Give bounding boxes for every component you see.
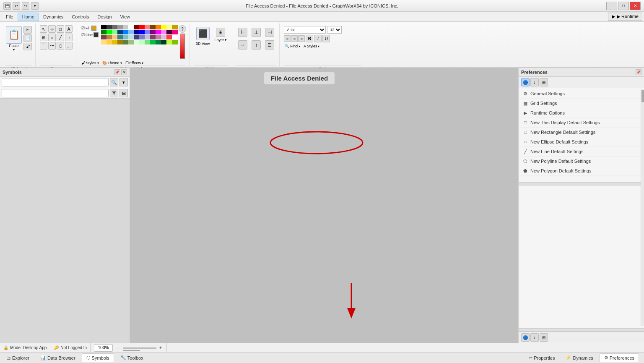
select-tool[interactable]: ↖	[40, 25, 47, 33]
line-tool[interactable]: ╱	[57, 34, 64, 41]
redo-button[interactable]: ↪	[22, 2, 29, 10]
props-item-new-line[interactable]: ╱ New Line Default Settings	[519, 147, 643, 157]
ellipse-tool[interactable]: ○	[48, 34, 56, 41]
menu-design[interactable]: Design	[93, 13, 116, 21]
distribute-v-button[interactable]: ↕	[250, 39, 262, 51]
properties-pin-button[interactable]: 📌	[636, 69, 641, 75]
color-cell[interactable]	[106, 40, 112, 44]
color-cell[interactable]	[128, 35, 134, 39]
color-cell[interactable]	[106, 30, 112, 34]
color-cell[interactable]	[172, 25, 178, 29]
props-item-new-polyline[interactable]: ⬠ New Polyline Default Settings	[519, 157, 643, 166]
color-cell[interactable]	[112, 35, 118, 39]
color-cell[interactable]	[139, 25, 145, 29]
rectangle-tool[interactable]: □	[57, 25, 64, 33]
fill-color-swatch[interactable]	[91, 26, 96, 31]
zoom-plus[interactable]: +	[158, 345, 163, 350]
color-cell[interactable]	[101, 30, 107, 34]
color-cell[interactable]	[145, 30, 151, 34]
color-cell[interactable]	[161, 30, 167, 34]
color-cell[interactable]	[172, 30, 178, 34]
align-right-text-button[interactable]: ≡	[298, 35, 305, 42]
props-bottom-btn1[interactable]: 🔵	[521, 333, 530, 342]
tab-symbols[interactable]: ⬡ Symbols	[82, 353, 114, 362]
line-button[interactable]: ☑ Line	[80, 32, 99, 38]
save-button[interactable]: 💾	[3, 2, 11, 10]
color-cell[interactable]	[156, 35, 161, 39]
font-dropdown[interactable]: Arial	[284, 26, 326, 34]
color-cell[interactable]	[117, 25, 123, 29]
color-cell[interactable]	[139, 30, 145, 34]
styles-button[interactable]: 🖌 Styles ▾	[80, 60, 100, 65]
color-cell[interactable]	[123, 25, 129, 29]
symbols-filter-input[interactable]	[2, 89, 109, 97]
distribute-h-button[interactable]: ↔	[236, 39, 249, 51]
more-shapes[interactable]: …	[65, 42, 73, 50]
color-cell[interactable]	[150, 35, 156, 39]
color-cell[interactable]	[156, 40, 161, 44]
props-item-new-polygon[interactable]: ⬟ New Polygon Default Settings	[519, 166, 643, 176]
symbols-close-button[interactable]: ✕	[121, 69, 127, 75]
props-sort-button[interactable]: ↕	[530, 78, 539, 86]
text-tool[interactable]: A	[65, 25, 73, 33]
styles-dropdown-icon[interactable]: ▾	[97, 61, 99, 65]
color-cell[interactable]	[139, 40, 145, 44]
color-cell[interactable]	[145, 40, 151, 44]
color-cell[interactable]	[150, 40, 156, 44]
color-cell[interactable]	[150, 25, 156, 29]
color-cell[interactable]	[145, 25, 151, 29]
undo-button[interactable]: ↩	[13, 2, 20, 10]
canvas-area[interactable]: File Access Denied	[130, 68, 518, 343]
color-cell[interactable]	[128, 30, 134, 34]
polyline-tool[interactable]: ⌒	[40, 42, 47, 50]
menu-view[interactable]: View	[116, 13, 135, 21]
zoom-minus[interactable]: —	[114, 345, 121, 350]
cut-button[interactable]: ✂	[23, 26, 32, 34]
color-cell[interactable]	[166, 40, 172, 44]
props-item-grid[interactable]: ▦ Grid Settings	[519, 99, 643, 108]
color-cell[interactable]	[106, 35, 112, 39]
props-item-new-ellipse[interactable]: ○ New Ellipse Default Settings	[519, 137, 643, 147]
align-center-button[interactable]: ⊥	[250, 27, 262, 39]
symbols-filter-button[interactable]	[110, 89, 118, 97]
layer-button[interactable]: ⊞ Layer ▾	[213, 27, 229, 43]
italic-button[interactable]: I	[314, 35, 322, 42]
tab-dynamics[interactable]: ⚡ Dynamics	[561, 353, 597, 362]
props-item-general[interactable]: ⚙ General Settings	[519, 89, 643, 99]
copy-button[interactable]: 📄	[23, 34, 32, 42]
color-cell[interactable]	[161, 35, 167, 39]
color-cell[interactable]	[156, 25, 161, 29]
align-center-text-button[interactable]: ≡	[291, 35, 298, 42]
more-button[interactable]: ▾	[31, 2, 39, 10]
color-cell[interactable]	[172, 40, 178, 44]
color-cell[interactable]	[101, 35, 107, 39]
effects-dropdown-icon[interactable]: ▾	[142, 61, 143, 65]
underline-button[interactable]: U	[322, 35, 330, 42]
3dview-button[interactable]: ⬛ 3D View	[194, 25, 211, 47]
menu-controls[interactable]: Controls	[68, 13, 93, 21]
line-color-swatch[interactable]	[93, 32, 99, 37]
color-cell[interactable]	[156, 30, 161, 34]
find-button[interactable]: 🔍 Find ▾	[284, 44, 301, 49]
menu-file[interactable]: File	[2, 13, 18, 21]
color-cell[interactable]	[161, 25, 167, 29]
format-painter-button[interactable]: 🖌	[23, 43, 32, 50]
symbols-options-button[interactable]: ▾	[119, 78, 128, 86]
color-cell[interactable]	[101, 40, 107, 44]
paste-button[interactable]: 📋 Paste ▾	[5, 25, 23, 52]
color-cell[interactable]	[134, 40, 140, 44]
curve-tool[interactable]: 〜	[48, 42, 56, 50]
color-cell[interactable]	[139, 35, 145, 39]
find-dropdown[interactable]: ▾	[299, 44, 300, 48]
color-cell[interactable]	[112, 30, 118, 34]
menu-home[interactable]: Home	[18, 13, 39, 21]
color-cell[interactable]	[134, 35, 140, 39]
color-cell[interactable]	[128, 40, 134, 44]
align-left-button[interactable]: ⊢	[236, 27, 249, 39]
bold-button[interactable]: B	[306, 35, 313, 42]
symbols-view-button[interactable]: ⊞	[119, 89, 128, 97]
color-cell[interactable]	[145, 35, 151, 39]
symbols-search-input[interactable]	[2, 78, 109, 86]
color-cell[interactable]	[112, 40, 118, 44]
color-cell[interactable]	[166, 30, 172, 34]
